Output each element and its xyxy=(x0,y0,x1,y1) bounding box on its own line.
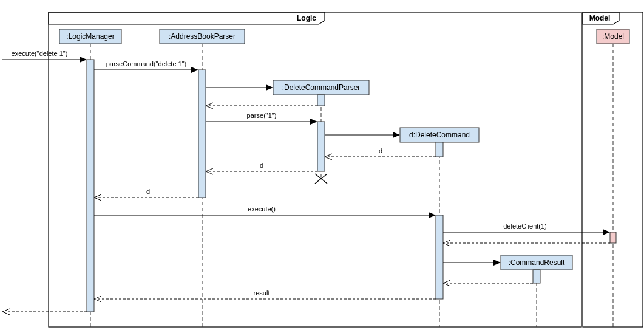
frame-logic-label: Logic xyxy=(297,14,316,22)
msg-return-d3-label: d xyxy=(146,188,150,195)
lifeline-delete-command-label: d:DeleteCommand xyxy=(409,131,470,139)
lifeline-command-result-label: :CommandResult xyxy=(509,258,565,267)
msg-create-delete-command-parser-return xyxy=(206,103,317,109)
lifeline-command-result: :CommandResult xyxy=(501,255,572,327)
msg-execute-in: execute("delete 1") xyxy=(2,50,87,63)
lifeline-address-book-parser-label: :AddressBookParser xyxy=(169,32,236,41)
lifeline-model: :Model xyxy=(597,29,629,327)
svg-marker-31 xyxy=(603,229,610,235)
lifeline-model-label: :Model xyxy=(602,32,624,41)
activation-address-book-parser xyxy=(198,70,206,198)
activation-delete-command-parser-parse xyxy=(317,122,325,171)
msg-delete-client: deleteClient(1) xyxy=(443,222,610,235)
activation-command-result xyxy=(533,270,540,283)
activation-delete-command-execute xyxy=(436,215,443,299)
msg-delete-client-label: deleteClient(1) xyxy=(503,222,547,230)
svg-marker-29 xyxy=(429,212,436,218)
svg-marker-15 xyxy=(191,67,198,73)
msg-return-d3: d xyxy=(94,188,198,201)
msg-parse: parse("1") xyxy=(206,112,317,125)
msg-return-result: result xyxy=(94,289,436,302)
frame-model-label: Model xyxy=(589,14,611,22)
svg-marker-17 xyxy=(266,84,273,91)
msg-return-result-label: result xyxy=(254,289,270,297)
msg-create-delete-command xyxy=(325,132,400,138)
msg-execute-in-label: execute("delete 1") xyxy=(12,50,68,57)
msg-create-command-result-return xyxy=(443,280,533,286)
sequence-diagram: Logic Model :LogicManager :AddressBookPa… xyxy=(0,0,644,330)
msg-create-delete-command-parser xyxy=(206,84,273,91)
svg-marker-22 xyxy=(393,132,400,138)
msg-return-d2-label: d xyxy=(260,162,263,169)
msg-parse-command: parseCommand("delete 1") xyxy=(94,60,198,73)
activation-model xyxy=(610,232,616,243)
msg-final-return xyxy=(2,309,87,315)
msg-return-d1: d xyxy=(325,147,436,160)
svg-marker-13 xyxy=(80,57,87,63)
frame-logic xyxy=(49,12,581,327)
msg-return-d2: d xyxy=(206,162,317,174)
activation-delete-command-parser-create xyxy=(317,95,325,106)
msg-parse-command-label: parseCommand("delete 1") xyxy=(106,60,187,67)
msg-delete-client-return xyxy=(443,240,610,246)
msg-return-d1-label: d xyxy=(379,147,382,154)
lifeline-logic-manager-label: :LogicManager xyxy=(66,32,114,41)
msg-create-command-result xyxy=(443,260,501,266)
activation-logic-manager xyxy=(87,60,94,312)
lifeline-delete-command-parser-label: :DeleteCommandParser xyxy=(282,83,361,92)
msg-execute-label: execute() xyxy=(248,205,276,213)
msg-parse-label: parse("1") xyxy=(247,112,277,119)
svg-marker-20 xyxy=(310,119,317,125)
frame-logic-tab xyxy=(49,12,325,24)
activation-delete-command-create xyxy=(436,142,443,157)
svg-marker-34 xyxy=(493,260,501,266)
msg-execute: execute() xyxy=(94,205,436,218)
